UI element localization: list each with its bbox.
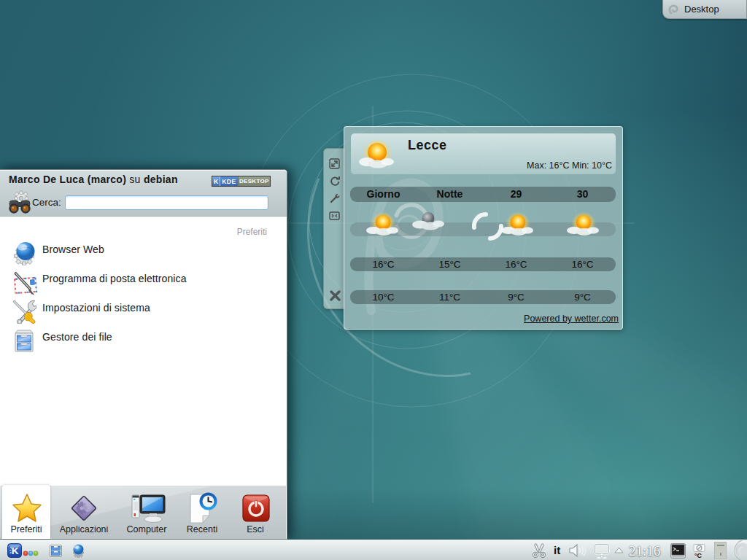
svg-text:°C: °C xyxy=(694,552,703,559)
svg-text:K: K xyxy=(12,545,19,556)
